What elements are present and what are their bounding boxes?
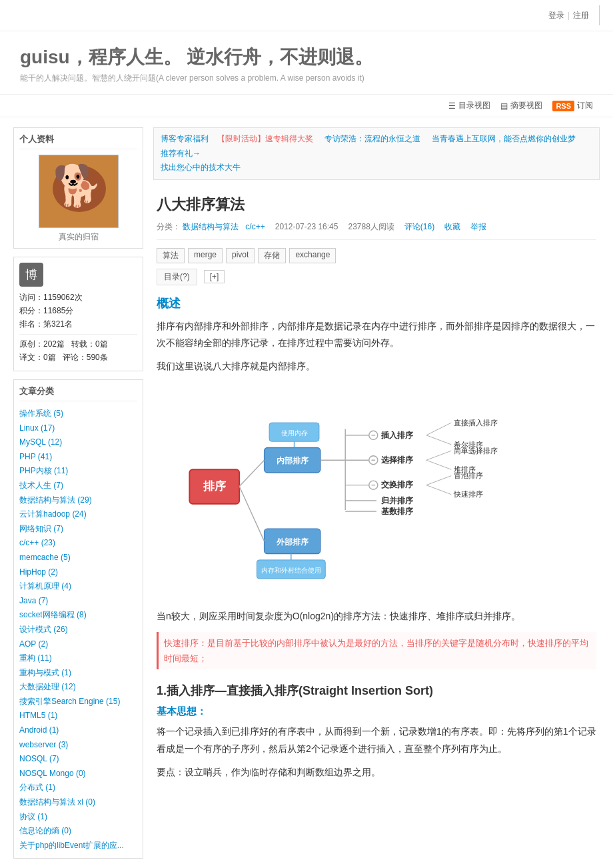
category-list: 操作系统 (5)Linux (17)MySQL (12)PHP (41)PHP内… [19,407,137,853]
sidebar-profile-title: 个人资料 [19,133,137,149]
category-item[interactable]: 技术人生 (7) [19,479,137,493]
category-title: 文章分类 [19,385,137,401]
category-item[interactable]: HTML5 (1) [19,709,137,723]
meta-reads: 23788人阅读 [348,221,394,233]
ad-link-2[interactable]: 【限时活动】速专辑得大奖 [217,134,313,143]
category-item[interactable]: PHP内核 (11) [19,464,137,479]
ad-link-4[interactable]: 当青春遇上互联网，能否点燃你的创业梦 [432,134,576,143]
sidebar-profile-section: 个人资料 真实的归宿 [13,127,143,249]
category-item[interactable]: 操作系统 (5) [19,407,137,421]
stat-visit: 访问：1159062次 [19,292,137,303]
svg-text:简单选择排序: 简单选择排序 [454,447,498,455]
list-icon: ☰ [448,101,456,111]
stat-divider [19,334,137,335]
meta-collect-link[interactable]: 收藏 [444,221,460,233]
tag[interactable]: 存储 [258,248,286,263]
category-item[interactable]: MySQL (12) [19,435,137,450]
overview-p1: 排序有内部排序和外部排序，内部排序是数据记录在内存中进行排序，而外部排序是因排序… [157,318,596,351]
category-item[interactable]: webserver (3) [19,738,137,753]
section1-heading: 1.插入排序—直接插入排序(Straight Insertion Sort) [157,683,596,699]
section1-subheading: 基本思想： [157,705,596,718]
meta-comment-link[interactable]: 评论(16) [404,221,434,233]
category-item[interactable]: Java (7) [19,594,137,609]
category-item[interactable]: HipHop (2) [19,565,137,580]
category-item[interactable]: 设计模式 (26) [19,623,137,637]
svg-text:插入排序: 插入排序 [380,431,414,440]
svg-text:使用内存: 使用内存 [281,429,308,437]
article: 八大排序算法 分类： 数据结构与算法 c/c++ 2012-07-23 16:4… [153,188,600,794]
category-item[interactable]: NOSQL (7) [19,752,137,767]
svg-line-37 [426,485,451,495]
mindmap-container: 排序 内部排序 使用内存 外部排序 [157,385,596,598]
blog-icon: 博 [19,263,43,287]
svg-text:内存和外村结合使用: 内存和外村结合使用 [261,567,321,574]
summary-icon: ▤ [500,101,508,111]
ad-line1: 博客专家福利 【限时活动】速专辑得大奖 专访荣浩：流程的永恒之道 当青春遇上互联… [161,132,592,161]
svg-text:排序: 排序 [203,479,227,493]
login-link[interactable]: 登录 [548,10,564,21]
sidebar-categories-section: 文章分类 操作系统 (5)Linux (17)MySQL (12)PHP (41… [13,379,143,859]
svg-line-12 [239,461,264,487]
ad-link-3[interactable]: 专访荣浩：流程的永恒之道 [324,134,420,143]
nav-directory-view[interactable]: ☰ 目录视图 [448,100,490,111]
meta-report-link[interactable]: 举报 [470,221,486,233]
svg-text:直接插入排序: 直接插入排序 [454,419,498,427]
category-item[interactable]: 云计算hadoop (24) [19,507,137,522]
ad-link-6[interactable]: 找出您心中的技术大牛 [161,163,241,172]
rss-badge: RSS [552,101,574,111]
svg-text:选择排序: 选择排序 [381,455,414,465]
category-item[interactable]: 大数据处理 (12) [19,680,137,695]
category-link-1[interactable]: 数据结构与算法 [183,222,239,231]
category-item[interactable]: memcache (5) [19,551,137,565]
ad-link-5[interactable]: 推荐有礼→ [161,149,201,158]
article-meta: 分类： 数据结构与算法 c/c++ 2012-07-23 16:45 23788… [157,221,596,240]
category-item[interactable]: PHP (41) [19,450,137,465]
category-item[interactable]: 分布式 (1) [19,781,137,795]
category-item[interactable]: Android (1) [19,723,137,738]
site-subtitle: 能干的人解决问题。智慧的人绕开问题(A clever person solves… [20,73,593,84]
sidebar-stats-section: 博 访问：1159062次 积分：11685分 排名：第321名 原创：202篇… [13,257,143,371]
top-bar: 登录 | 注册 [0,0,613,31]
content-area: 博客专家福利 【限时活动】速专辑得大奖 专访荣浩：流程的永恒之道 当青春遇上互联… [153,127,600,867]
category-item[interactable]: NOSQL Mongo (0) [19,767,137,781]
tag[interactable]: exchange [289,248,336,263]
svg-line-29 [426,461,451,470]
avatar-caption: 真实的归宿 [19,231,137,243]
toc-toggle[interactable]: [+] [204,270,225,283]
svg-text:归并排序: 归并排序 [380,496,414,505]
category-item[interactable]: 重构 (11) [19,651,137,666]
nav-summary-label: 摘要视图 [510,100,542,111]
visit-value: 1159062次 [43,293,83,302]
category-item[interactable]: 计算机原理 (4) [19,579,137,594]
category-item[interactable]: 重构与模式 (1) [19,666,137,681]
category-item[interactable]: 信息论的熵 (0) [19,824,137,839]
svg-line-20 [426,423,451,435]
tag[interactable]: merge [188,248,223,263]
category-item[interactable]: Linux (17) [19,421,137,436]
category-item[interactable]: 数据结构与算法 xl (0) [19,795,137,810]
svg-text:基数排序: 基数排序 [381,507,414,516]
ad-link-1[interactable]: 博客专家福利 [161,134,209,143]
svg-text:快速排序: 快速排序 [453,491,483,499]
category-item[interactable]: 协议 (1) [19,810,137,825]
tag[interactable]: pivot [226,248,255,263]
nav-rss[interactable]: RSS 订阅 [552,100,593,111]
nav-summary-view[interactable]: ▤ 摘要视图 [500,100,542,111]
category-item[interactable]: 搜索引擎Search Engine (15) [19,695,137,709]
category-item[interactable]: socket网络编程 (8) [19,608,137,623]
category-item[interactable]: 数据结构与算法 (29) [19,493,137,508]
overview-highlight: 快速排序：是目前基于比较的内部排序中被认为是最好的方法，当排序的关键字是随机分布… [157,632,596,670]
category-item[interactable]: 关于php的libEvent扩展的应... [19,839,137,853]
main-container: 个人资料 真实的归宿 博 访问：1159062次 积分：11685分 排名：第3… [0,117,613,868]
original-value: 202篇 [43,339,65,349]
category-item[interactable]: AOP (2) [19,637,137,652]
register-link[interactable]: 注册 [573,10,589,21]
toc-row: 目录(?) [+] [157,269,596,285]
stat-translate: 译文：0篇 评论：590条 [19,352,137,363]
repost-value: 0篇 [95,339,108,349]
category-item[interactable]: c/c++ (23) [19,536,137,551]
category-item[interactable]: 网络知识 (7) [19,522,137,537]
tag[interactable]: 算法 [157,248,185,263]
category-link-2[interactable]: c/c++ [245,222,265,231]
section1-p2: 要点：设立哨兵，作为临时存储和判断数组边界之用。 [157,764,596,781]
